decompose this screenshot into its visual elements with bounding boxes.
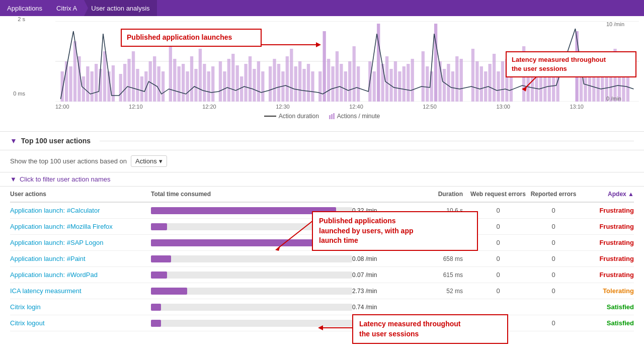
svg-rect-55 [294, 66, 297, 102]
legend-bars-icon [329, 113, 335, 119]
row-name[interactable]: Application launch: #Mozilla Firefox [10, 223, 151, 230]
svg-rect-28 [173, 59, 176, 102]
svg-rect-38 [219, 61, 222, 102]
row-duration: 52 ms [397, 288, 468, 295]
svg-rect-16 [119, 74, 122, 102]
chart-annotation-launches: Published application launches [121, 29, 262, 47]
row-apdex: Frustrating [579, 223, 634, 230]
filter-name-label: Click to filter user action names [20, 175, 111, 183]
svg-rect-5 [69, 66, 72, 102]
svg-rect-44 [244, 64, 247, 102]
svg-rect-81 [422, 51, 425, 102]
row-reported-errors: 0 [528, 319, 579, 327]
svg-rect-63 [331, 66, 334, 102]
row-rate: 0.08 /min [352, 255, 397, 262]
table-header: User actions Total time consumed Duratio… [10, 187, 634, 203]
filter-label: Show the top 100 user actions based on [10, 157, 127, 165]
svg-rect-77 [398, 71, 401, 102]
svg-line-127 [278, 221, 313, 248]
svg-rect-68 [353, 46, 356, 102]
svg-rect-24 [153, 56, 156, 102]
svg-rect-30 [182, 64, 185, 102]
svg-rect-45 [249, 56, 252, 102]
svg-rect-50 [273, 59, 276, 102]
svg-marker-124 [316, 42, 321, 47]
y-axis-left: 2 s 0 ms [0, 16, 25, 97]
breadcrumb-item-citrix[interactable]: Citrix A [49, 0, 84, 16]
svg-rect-10 [91, 71, 94, 102]
legend-actions: Actions / minute [329, 113, 380, 120]
row-name[interactable]: Application launch: #WordPad [10, 271, 151, 279]
svg-rect-90 [460, 59, 463, 102]
row-apdex: Frustrating [579, 239, 634, 246]
chart-legend: Action duration Actions / minute [30, 113, 614, 120]
row-name[interactable]: Application launch: #Paint [10, 255, 151, 262]
bar-container [151, 272, 352, 279]
row-name[interactable]: ICA latency measurment [10, 287, 151, 295]
svg-rect-15 [112, 65, 115, 102]
svg-rect-98 [501, 61, 504, 102]
svg-rect-46 [253, 69, 256, 102]
row-reported-errors: 0 [528, 207, 579, 214]
svg-rect-13 [103, 51, 106, 102]
svg-rect-71 [373, 71, 376, 102]
bar-fill [151, 288, 187, 295]
row-rate: 0.74 /min [352, 304, 397, 311]
svg-rect-86 [443, 69, 446, 102]
svg-marker-128 [275, 246, 280, 251]
svg-rect-39 [223, 71, 226, 102]
svg-rect-69 [357, 66, 360, 102]
filter-name-row[interactable]: ▼ Click to filter user action names [0, 172, 644, 187]
row-name[interactable]: Citrix logout [10, 319, 151, 327]
annotation-arrow-1 [261, 40, 321, 50]
bar-container [151, 255, 352, 262]
svg-rect-27 [169, 46, 172, 102]
table-annotation-latency: Latency measured throughoutthe user sess… [352, 314, 508, 344]
svg-rect-32 [190, 56, 193, 102]
svg-rect-33 [194, 69, 197, 102]
svg-rect-26 [162, 71, 165, 102]
svg-rect-89 [455, 56, 458, 102]
row-reported-errors: 0 [528, 271, 579, 279]
svg-rect-60 [318, 71, 321, 102]
bar-container [151, 288, 352, 295]
svg-rect-73 [381, 64, 384, 102]
svg-rect-87 [447, 64, 450, 102]
svg-rect-96 [493, 54, 496, 102]
table-row: Citrix login 0.74 /min Satisfied [10, 299, 634, 315]
svg-rect-80 [411, 59, 414, 102]
svg-rect-88 [451, 71, 454, 102]
table-annotation-arrow-1 [273, 221, 313, 251]
collapse-icon[interactable]: ▼ [10, 137, 17, 145]
svg-rect-40 [227, 59, 230, 102]
row-apdex: Frustrating [579, 207, 634, 214]
svg-rect-57 [302, 69, 305, 102]
chart-annotation-latency: Latency measured throughoutthe user sess… [506, 51, 636, 77]
svg-rect-54 [290, 49, 293, 102]
svg-rect-65 [340, 64, 343, 102]
svg-rect-56 [298, 61, 301, 102]
row-name[interactable]: Application launch: #Calculator [10, 207, 151, 214]
breadcrumb-item-analysis[interactable]: User action analysis [84, 0, 156, 16]
filter-funnel-icon: ▼ [10, 175, 17, 183]
row-rate: 0.07 /min [352, 272, 397, 279]
table-annotation-app-launch: Published applicationslaunched by users,… [312, 211, 478, 251]
svg-rect-17 [123, 64, 126, 102]
legend-line-icon [264, 116, 276, 117]
svg-rect-21 [140, 76, 143, 102]
actions-dropdown[interactable]: Actions ▾ [131, 155, 167, 167]
svg-rect-19 [132, 51, 135, 102]
bar-fill [151, 207, 336, 214]
row-reported-errors: 0 [528, 223, 579, 230]
svg-rect-53 [286, 56, 289, 102]
row-name[interactable]: Citrix login [10, 303, 151, 311]
svg-marker-126 [522, 86, 527, 92]
svg-rect-37 [211, 66, 214, 102]
table-container: User actions Total time consumed Duratio… [0, 187, 644, 331]
svg-rect-9 [86, 66, 89, 102]
svg-rect-78 [403, 66, 406, 102]
svg-rect-58 [307, 64, 310, 102]
row-name[interactable]: Application launch: #SAP Logon [10, 239, 151, 246]
svg-rect-91 [471, 49, 474, 102]
breadcrumb-item-applications[interactable]: Applications [0, 0, 49, 16]
